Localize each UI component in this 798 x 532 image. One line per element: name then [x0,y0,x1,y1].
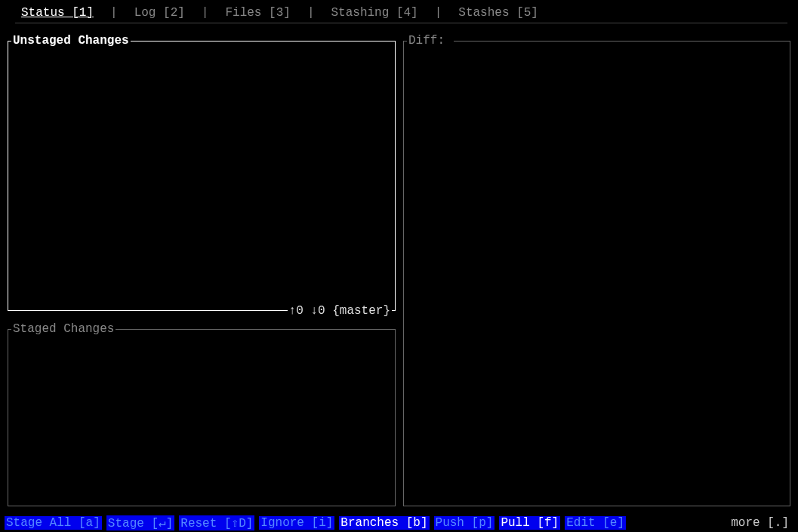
right-column: Diff: [403,41,790,506]
panel-unstaged-changes[interactable]: Unstaged Changes ↑0 ↓0 {master} [8,41,396,311]
command-bar: Stage All [a] Stage [↵] Reset [⇧D] Ignor… [0,514,798,532]
panel-diff[interactable]: Diff: [403,41,790,506]
cmd-branches[interactable]: Branches [b] [339,516,429,530]
panel-staged-changes[interactable]: Staged Changes [8,329,396,506]
cmd-reset[interactable]: Reset [⇧D] [179,515,254,530]
cmd-stage[interactable]: Stage [↵] [106,515,174,530]
tab-separator: | [294,6,328,20]
tab-bar: Status [1] | Log [2] | Files [3] | Stash… [0,0,798,23]
cmd-ignore[interactable]: Ignore [i] [259,516,334,530]
tab-log[interactable]: Log [2] [131,6,188,20]
tab-separator: | [421,6,456,20]
tab-separator: | [188,6,223,20]
tab-status[interactable]: Status [1] [18,6,97,20]
panel-title-staged: Staged Changes [11,322,116,336]
cmd-more[interactable]: more [.] [731,516,793,530]
panel-title-unstaged: Unstaged Changes [11,34,131,48]
main-content: Unstaged Changes ↑0 ↓0 {master} Staged C… [8,41,790,506]
cmd-push[interactable]: Push [p] [434,516,495,530]
tab-separator: | [97,6,131,20]
tab-stashing[interactable]: Stashing [4] [328,6,421,20]
tab-stashes[interactable]: Stashes [5] [455,6,541,20]
tab-underline [15,23,787,23]
panel-title-diff: Diff: [407,34,454,48]
cmd-pull[interactable]: Pull [f] [499,516,560,530]
branch-status: ↑0 ↓0 {master} [288,304,392,318]
cmd-stage-all[interactable]: Stage All [a] [5,516,102,530]
tab-files[interactable]: Files [3] [222,6,293,20]
cmd-edit[interactable]: Edit [e] [565,516,626,530]
left-column: Unstaged Changes ↑0 ↓0 {master} Staged C… [8,41,396,506]
